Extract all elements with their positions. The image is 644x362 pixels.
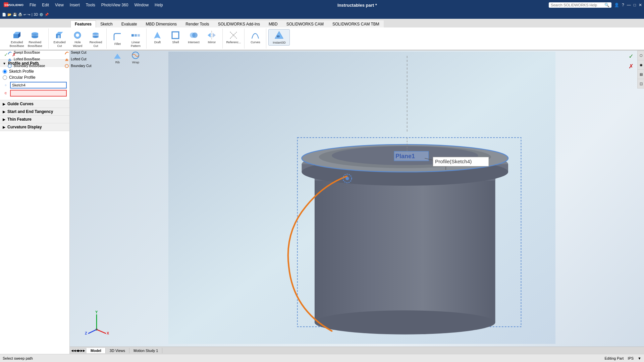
curvature-display-header[interactable]: ▶ Curvature Display — [0, 123, 69, 131]
tab-scroll-right[interactable]: ▶ — [78, 349, 80, 352]
ribbon-group-boss: ExtrudedBoss/Base RevolvedBoss/Base — [3, 28, 49, 49]
tab-mbd[interactable]: MBD — [264, 20, 282, 27]
rib-button[interactable]: Rib — [109, 49, 126, 65]
search-box[interactable]: 🔍 — [549, 2, 611, 8]
menu-tools[interactable]: Tools — [83, 2, 98, 8]
open-icon[interactable]: 📂 — [7, 13, 11, 16]
svg-line-64 — [88, 329, 97, 334]
tab-model[interactable]: Model — [87, 348, 106, 353]
swept-cut-button[interactable]: Swept Cut — [62, 49, 93, 56]
menu-view[interactable]: View — [52, 2, 66, 8]
right-icon-2[interactable]: ⬡ — [638, 51, 644, 60]
menu-photoview[interactable]: PhotoView 360 — [99, 2, 131, 8]
extruded-cut-icon — [54, 30, 65, 41]
editing-mode: Editing Part — [605, 356, 624, 360]
tab-mbd-dimensions[interactable]: MBD Dimensions — [141, 20, 181, 27]
help-icon[interactable]: ? — [622, 3, 624, 7]
menu-window[interactable]: Window — [131, 2, 151, 8]
hole-wizard-button[interactable]: Hole Wizard — [69, 29, 86, 49]
3d-icon[interactable]: 3D — [34, 13, 38, 16]
svg-text:Plane1: Plane1 — [395, 153, 415, 160]
menu-edit[interactable]: Edit — [39, 2, 52, 8]
tab-solidworks-cam[interactable]: SOLIDWORKS CAM — [282, 20, 328, 27]
profile-path-content: Sketch Profile Circular Profile ○ C — [0, 67, 69, 100]
tab-evaluate[interactable]: Evaluate — [117, 20, 142, 27]
minimize-button[interactable]: — — [627, 3, 631, 7]
tab-scroll-left2[interactable]: ◀ — [76, 349, 78, 352]
svg-rect-27 — [172, 32, 179, 39]
linear-pattern-button[interactable]: Linear Pattern — [127, 29, 144, 49]
tab-scroll-right2[interactable]: ▶▶ — [80, 349, 85, 352]
viewport-cancel-button[interactable]: ✗ — [627, 62, 635, 71]
profile-sketch-input[interactable] — [10, 82, 67, 88]
menu-file[interactable]: File — [27, 2, 39, 8]
lofted-boss-button[interactable]: Lofted Boss/Base — [5, 56, 46, 63]
reference-icon — [228, 30, 239, 41]
svg-rect-13 — [58, 35, 60, 38]
tab-features[interactable]: Features — [70, 20, 96, 27]
guide-curves-header[interactable]: ▶ Guide Curves — [0, 100, 69, 108]
tangency-chevron: ▶ — [3, 110, 5, 114]
boundary-cut-button[interactable]: Boundary Cut — [62, 63, 93, 69]
menu-help[interactable]: Help — [152, 2, 166, 8]
tab-motion-study[interactable]: Motion Study 1 — [129, 348, 162, 353]
guide-curves-section: ▶ Guide Curves — [0, 100, 69, 108]
boundary-boss-button[interactable]: Boundary Boss/Base — [5, 63, 46, 69]
swept-boss-button[interactable]: Swept Boss/Base — [5, 49, 46, 56]
right-icon-4[interactable]: ▤ — [638, 70, 644, 79]
tab-solidworks-cam-tbm[interactable]: SOLIDWORKS CAM TBM — [328, 20, 384, 27]
hole-wizard-label: Hole Wizard — [69, 41, 86, 48]
lofted-cut-button[interactable]: Lofted Cut — [62, 56, 93, 63]
unit-system: IPS — [628, 356, 634, 360]
tab-sketch[interactable]: Sketch — [96, 20, 117, 27]
wrap-label: Wrap — [132, 61, 139, 64]
redo-icon[interactable]: ↪ — [28, 13, 30, 16]
sketch-profile-radio[interactable] — [3, 69, 7, 74]
instant3d-button[interactable]: 3D Instant3D — [268, 29, 290, 46]
restore-button[interactable]: □ — [634, 3, 636, 7]
save-icon[interactable]: 💾 — [13, 13, 17, 16]
wrap-button[interactable]: Wrap — [127, 49, 144, 65]
right-icon-3[interactable]: ◉ — [638, 60, 644, 70]
user-icon[interactable]: 👤 — [614, 3, 619, 7]
tab-scroll-left[interactable]: ◀◀ — [71, 349, 76, 352]
search-input[interactable] — [551, 3, 604, 7]
right-icon-5[interactable]: ◫ — [638, 79, 644, 88]
close-button[interactable]: ✕ — [639, 3, 642, 7]
shell-button[interactable]: Shell — [167, 29, 184, 45]
options-icon[interactable]: ⚙️ — [39, 13, 43, 16]
extruded-cut-button[interactable]: ExtrudedCut — [51, 29, 68, 49]
path-input[interactable] — [10, 90, 67, 97]
curves-button[interactable]: Curves — [247, 29, 264, 45]
pin-icon[interactable]: 📌 — [45, 13, 49, 16]
tab-solidworks-addins[interactable]: SOLIDWORKS Add-Ins — [214, 20, 264, 27]
reference-button[interactable]: Referenc... — [225, 29, 242, 45]
swept-boss-label: Swept Boss/Base — [14, 51, 40, 54]
intersect-button[interactable]: Intersect — [185, 29, 202, 45]
tangency-header[interactable]: ▶ Start and End Tangency — [0, 108, 69, 115]
svg-marker-19 — [65, 59, 68, 61]
mirror-button[interactable]: Mirror — [203, 29, 220, 45]
undo-icon[interactable]: ↩ — [23, 13, 26, 16]
curvature-display-section: ▶ Curvature Display — [0, 123, 69, 131]
print-icon[interactable]: 🖨️ — [18, 13, 22, 16]
sketch-profile-option[interactable]: Sketch Profile — [3, 69, 67, 74]
3d-model-svg: Plane1 Profile(Sketch4) — [90, 52, 634, 344]
svg-line-62 — [97, 329, 106, 334]
circular-profile-radio[interactable] — [3, 75, 7, 80]
tab-render-tools[interactable]: Render Tools — [181, 20, 214, 27]
fillet-button[interactable]: Fillet — [109, 29, 126, 49]
viewport[interactable]: Plane1 Profile(Sketch4) Y X Z — [70, 42, 644, 354]
thin-feature-header[interactable]: ▶ Thin Feature — [0, 116, 69, 123]
revolved-cut-button[interactable]: RevolvedCut — [87, 29, 104, 49]
circular-profile-option[interactable]: Circular Profile — [3, 75, 67, 80]
tab-3dviews[interactable]: 3D Views — [106, 348, 129, 353]
extruded-boss-button[interactable]: ExtrudedBoss/Base — [8, 29, 25, 49]
menu-insert[interactable]: Insert — [67, 2, 83, 8]
viewport-ok-button[interactable]: ✓ — [627, 52, 635, 61]
unit-dropdown[interactable]: ▼ — [638, 356, 641, 360]
draft-button[interactable]: Draft — [149, 29, 166, 45]
revolved-boss-button[interactable]: RevolvedBoss/Base — [26, 29, 44, 49]
boundary-boss-label: Boundary Boss/Base — [14, 64, 45, 68]
new-icon[interactable]: 📄 — [2, 13, 6, 16]
